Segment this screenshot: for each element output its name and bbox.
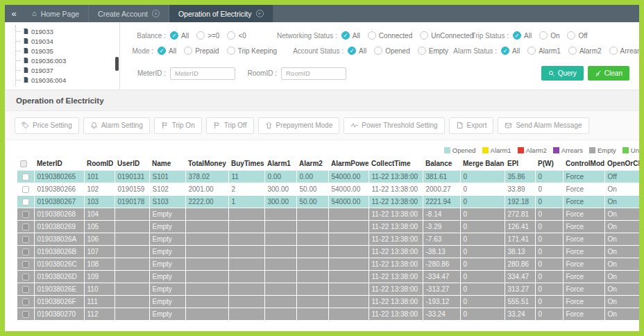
prepayment-mode-button[interactable]: Prepayment Mode <box>258 117 340 134</box>
row-checkbox[interactable] <box>22 261 29 268</box>
radio-option-account-status-opened[interactable]: Opened <box>374 47 410 55</box>
table-row[interactable]: 019038026F111Empty11-22 13:38:00-193.120… <box>17 295 639 308</box>
row-checkbox[interactable] <box>22 274 29 280</box>
column-header-collecttime[interactable]: CollectTime <box>368 157 423 170</box>
column-header-controlmode[interactable]: ControlMode <box>563 157 604 170</box>
tab-create-account[interactable]: Create Account× <box>89 5 169 22</box>
row-checkbox[interactable] <box>22 174 29 180</box>
export-button[interactable]: Export <box>449 117 494 134</box>
row-checkbox[interactable] <box>22 249 29 255</box>
row-checkbox[interactable] <box>22 224 29 230</box>
row-checkbox[interactable] <box>22 286 29 293</box>
radio-option-alarm-status-alarm2[interactable]: Alarm2 <box>568 47 602 55</box>
tab-operation-of-electricity[interactable]: Operation of Electricity× <box>169 5 273 22</box>
column-header-balance[interactable]: Balance <box>423 157 460 170</box>
table-row[interactable]: 01903802671030190178S1032222.001300.0050… <box>17 195 639 208</box>
column-header-name[interactable]: Name <box>149 157 185 170</box>
price-setting-button[interactable]: Price Setting <box>15 117 79 134</box>
column-header-p-w[interactable]: P(W) <box>535 157 563 170</box>
radio-icon[interactable] <box>539 31 548 40</box>
table-row[interactable]: 01903802651010190131S101378.02110.000.00… <box>17 170 639 183</box>
radio-option-balance-0[interactable]: <0 <box>227 31 246 40</box>
row-checkbox[interactable] <box>22 311 29 318</box>
column-header-alarm1[interactable]: Alarm1 <box>264 157 296 170</box>
tree-item-019035[interactable]: 019035 <box>16 46 119 56</box>
radio-option-mode-trip-keeping[interactable]: Trip Keeping <box>227 47 277 55</box>
trip-on-button[interactable]: Trip On <box>154 117 202 134</box>
radio-icon[interactable] <box>227 47 235 55</box>
tree-item-019037[interactable]: 019037 <box>16 65 119 75</box>
radio-icon[interactable] <box>568 47 577 55</box>
radio-icon[interactable] <box>418 47 426 55</box>
table-row[interactable]: 0190380270112Empty11-22 13:38:00-33.2403… <box>17 308 639 320</box>
column-header-epi[interactable]: EPI <box>505 157 535 170</box>
row-checkbox[interactable] <box>22 199 29 205</box>
trip-off-button[interactable]: Trip Off <box>206 117 254 134</box>
query-button[interactable]: Query <box>541 66 584 81</box>
collapse-tabs-icon[interactable]: « <box>5 5 23 22</box>
radio-option-mode-prepaid[interactable]: Prepaid <box>184 47 219 55</box>
radio-icon[interactable] <box>420 31 428 40</box>
power-threshold-setting-button[interactable]: Power Threshold Setting <box>344 117 444 134</box>
table-row[interactable]: 019038026D109Empty11-22 13:38:00-334.470… <box>17 270 639 283</box>
radio-option-balance-0[interactable]: >=0 <box>196 31 219 40</box>
radio-option-networking-status-all[interactable]: ✓All <box>341 31 360 40</box>
radio-checked-icon[interactable]: ✓ <box>341 31 350 40</box>
alarm-setting-button[interactable]: Alarm Setting <box>83 117 150 134</box>
column-header-totalmoney[interactable]: TotalMoney <box>185 157 228 170</box>
clean-button[interactable]: Clean <box>588 66 629 81</box>
roomid-input[interactable] <box>281 67 346 80</box>
select-all-header[interactable] <box>17 157 34 170</box>
sidebar-scrollbar[interactable] <box>115 57 119 71</box>
table-row[interactable]: 0190380269105Empty11-22 13:38:00-3.29012… <box>17 220 639 233</box>
table-row[interactable]: 019038026A106Empty11-22 13:38:00-7.63017… <box>17 233 639 245</box>
row-checkbox[interactable] <box>22 236 29 243</box>
row-checkbox[interactable] <box>22 186 29 193</box>
column-header-meterid[interactable]: MeterID <box>34 157 84 170</box>
tree-item-019036-004[interactable]: 019036:004 <box>16 75 119 85</box>
radio-icon[interactable] <box>184 47 192 55</box>
close-icon[interactable]: × <box>152 10 160 17</box>
tree-item-019034[interactable]: 019034 <box>16 36 119 46</box>
radio-icon[interactable] <box>609 47 618 55</box>
radio-icon[interactable] <box>196 31 205 40</box>
column-header-userid[interactable]: UserID <box>115 157 149 170</box>
radio-option-trip-status-off[interactable]: Off <box>567 31 587 40</box>
table-row[interactable]: 019038026E110Empty11-22 13:38:00-313.270… <box>17 283 639 295</box>
radio-option-trip-status-all[interactable]: ✓All <box>513 31 532 40</box>
radio-icon[interactable] <box>374 47 382 55</box>
row-checkbox[interactable] <box>22 299 29 305</box>
tree-item-019036-003[interactable]: 019036:003 <box>16 56 119 65</box>
radio-option-alarm-status-arrears[interactable]: Arrears <box>609 47 643 55</box>
table-row[interactable]: 01903802661020190159S1022001.002300.0050… <box>17 183 639 195</box>
radio-checked-icon[interactable]: ✓ <box>513 31 521 40</box>
column-header-buytimes[interactable]: BuyTimes <box>228 157 264 170</box>
radio-option-alarm-status-alarm1[interactable]: Alarm1 <box>527 47 561 55</box>
column-header-merge-balanc[interactable]: Merge Balanc <box>460 157 505 170</box>
radio-option-alarm-status-all[interactable]: ✓All <box>501 47 520 55</box>
radio-checked-icon[interactable]: ✓ <box>170 31 178 40</box>
radio-icon[interactable] <box>527 47 536 55</box>
radio-option-account-status-empty[interactable]: Empty <box>418 47 448 55</box>
column-header-alarm2[interactable]: Alarm2 <box>296 157 328 170</box>
column-header-roomid[interactable]: RoomID <box>84 157 115 170</box>
close-icon[interactable]: × <box>256 10 264 17</box>
radio-option-balance-all[interactable]: ✓All <box>170 31 189 40</box>
tab-home-page[interactable]: ⌂Home Page <box>23 5 89 22</box>
column-header-openorclose[interactable]: OpenOrClose <box>604 157 639 170</box>
radio-option-trip-status-on[interactable]: On <box>539 31 559 40</box>
radio-option-account-status-all[interactable]: ✓All <box>348 47 366 55</box>
radio-icon[interactable] <box>368 31 376 40</box>
table-row[interactable]: 0190380268104Empty11-22 13:38:00-8.14027… <box>17 208 639 220</box>
send-alarm-message-button[interactable]: Send Alarm Message <box>498 117 588 134</box>
radio-checked-icon[interactable]: ✓ <box>501 47 509 55</box>
radio-icon[interactable] <box>567 31 575 40</box>
radio-icon[interactable] <box>227 31 235 40</box>
select-all-checkbox[interactable] <box>20 160 27 167</box>
table-row[interactable]: 019038026C108Empty11-22 13:38:00-280.860… <box>17 258 639 270</box>
tree-item-019033[interactable]: 019033 <box>16 26 119 36</box>
table-row[interactable]: 019038026B107Empty11-22 13:38:00-38.1303… <box>17 245 639 258</box>
radio-checked-icon[interactable]: ✓ <box>158 47 166 55</box>
radio-checked-icon[interactable]: ✓ <box>348 47 356 55</box>
row-checkbox[interactable] <box>22 211 29 218</box>
